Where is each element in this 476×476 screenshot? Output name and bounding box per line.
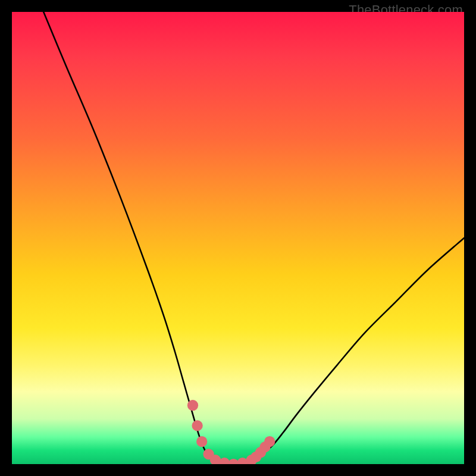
marker-dot xyxy=(228,459,239,464)
marker-dot xyxy=(255,447,266,458)
bottleneck-curve xyxy=(43,12,464,464)
marker-dot xyxy=(219,458,230,464)
markers-svg xyxy=(12,12,464,464)
marker-dot xyxy=(246,455,257,464)
marker-dot xyxy=(210,455,221,464)
marker-dot xyxy=(259,441,270,452)
marker-dot xyxy=(250,452,261,462)
plot-area xyxy=(12,12,464,464)
marker-dot xyxy=(187,400,198,411)
marker-dot xyxy=(196,436,207,447)
marker-dot xyxy=(264,436,275,447)
marker-dot xyxy=(237,458,248,464)
bottom-red-trace xyxy=(187,400,275,464)
outer-frame: TheBottleneck.com xyxy=(0,0,476,476)
curve-svg xyxy=(12,12,464,464)
marker-dot xyxy=(203,449,214,459)
marker-dot xyxy=(192,420,202,431)
